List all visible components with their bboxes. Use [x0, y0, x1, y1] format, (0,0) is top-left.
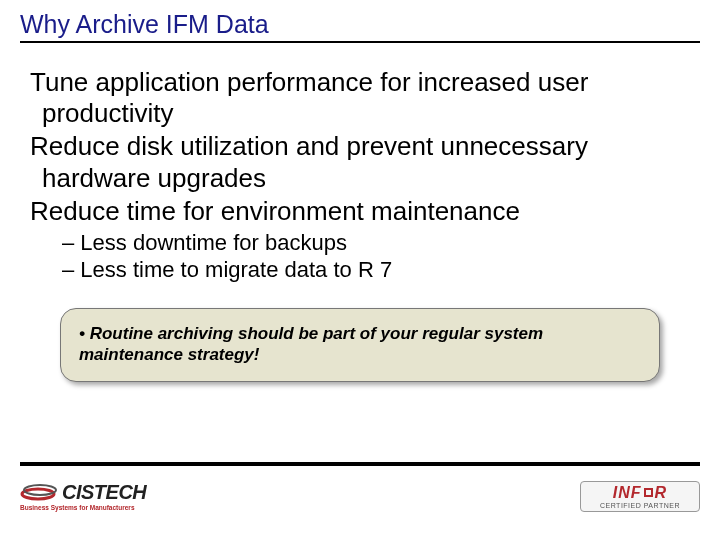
infor-word-right: R: [655, 485, 668, 501]
infor-mark: INF R: [589, 485, 691, 501]
square-icon: [644, 488, 653, 497]
bullet-item: Reduce disk utilization and prevent unne…: [30, 131, 690, 193]
slide-title: Why Archive IFM Data: [20, 10, 700, 43]
callout-text: • Routine archiving should be part of yo…: [79, 324, 543, 364]
cistech-name: CISTECH: [62, 482, 146, 502]
infor-subtitle: CERTIFIED PARTNER: [589, 502, 691, 509]
cistech-mark: CISTECH: [20, 481, 146, 503]
bullet-item: Tune application performance for increas…: [30, 67, 690, 129]
slide-body: Tune application performance for increas…: [20, 67, 700, 382]
callout-box: • Routine archiving should be part of yo…: [60, 308, 660, 383]
sub-bullet-item: – Less downtime for backups: [30, 229, 690, 257]
slide: Why Archive IFM Data Tune application pe…: [0, 0, 720, 540]
cistech-tagline: Business Systems for Manufacturers: [20, 505, 135, 512]
footer: CISTECH Business Systems for Manufacture…: [20, 462, 700, 518]
sub-bullet-item: – Less time to migrate data to R 7: [30, 256, 690, 284]
infor-word-left: INF: [613, 485, 642, 501]
bullet-item: Reduce time for environment maintenance: [30, 196, 690, 227]
cistech-logo: CISTECH Business Systems for Manufacture…: [20, 481, 146, 512]
infor-logo: INF R CERTIFIED PARTNER: [580, 481, 700, 512]
swoosh-icon: [20, 481, 58, 503]
